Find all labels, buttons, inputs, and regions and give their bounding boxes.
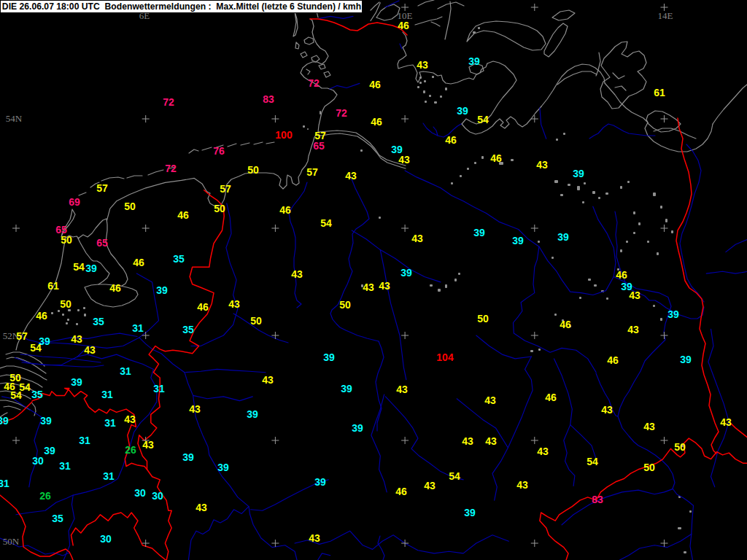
svg-text:43: 43 [629,289,640,301]
svg-text:43: 43 [424,480,436,491]
svg-text:43: 43 [643,421,655,432]
svg-text:43: 43 [627,324,639,335]
svg-text:43: 43 [516,479,528,491]
svg-text:43: 43 [291,268,303,280]
svg-text:46: 46 [395,486,407,497]
svg-text:31: 31 [0,478,9,489]
svg-text:39: 39 [44,445,55,456]
svg-text:46: 46 [490,152,502,164]
svg-text:54N: 54N [6,113,23,124]
svg-text:39: 39 [400,267,412,279]
svg-text:72: 72 [163,96,174,108]
svg-text:54: 54 [587,456,598,467]
svg-text:43: 43 [601,404,613,416]
svg-text:50: 50 [643,462,655,473]
svg-text:39: 39 [71,376,82,388]
svg-text:50: 50 [214,203,225,214]
svg-text:50N: 50N [3,536,20,547]
svg-text:43: 43 [124,413,136,425]
svg-text:50: 50 [247,164,259,176]
svg-text:46: 46 [369,79,381,90]
svg-text:43: 43 [189,403,201,415]
svg-text:61: 61 [654,87,665,98]
svg-text:35: 35 [182,324,194,335]
svg-text:50: 50 [250,315,262,327]
svg-text:46: 46 [109,282,121,294]
svg-text:43: 43 [720,416,732,428]
svg-text:35: 35 [52,513,63,524]
svg-text:65: 65 [96,237,108,249]
svg-text:50: 50 [339,299,351,311]
svg-text:39: 39 [0,415,9,427]
svg-text:39: 39 [468,55,480,67]
svg-text:39: 39 [512,235,524,246]
svg-text:69: 69 [69,196,80,208]
svg-text:39: 39 [557,231,569,243]
svg-text:14E: 14E [658,10,673,21]
svg-text:50: 50 [61,234,72,246]
svg-text:46: 46 [197,301,209,313]
svg-text:35: 35 [173,253,185,265]
svg-text:54: 54 [10,389,22,401]
svg-text:39: 39 [40,415,52,427]
svg-text:72: 72 [308,77,320,89]
svg-text:46: 46 [445,134,457,146]
svg-text:39: 39 [314,476,326,488]
svg-text:57: 57 [220,183,231,195]
svg-text:43: 43 [363,281,374,293]
svg-text:39: 39 [182,451,194,463]
svg-text:39: 39 [341,383,352,394]
svg-text:31: 31 [104,417,116,429]
svg-text:50: 50 [124,201,136,212]
svg-text:31: 31 [120,365,131,377]
svg-text:46: 46 [398,20,409,31]
svg-text:100: 100 [275,129,293,141]
svg-text:43: 43 [196,502,207,513]
svg-text:39: 39 [247,408,258,420]
svg-text:43: 43 [345,170,357,182]
svg-text:39: 39 [573,168,584,179]
svg-text:30: 30 [100,533,112,545]
svg-text:43: 43 [379,280,390,292]
svg-text:43: 43 [485,435,497,447]
svg-text:39: 39 [352,422,363,434]
svg-text:54: 54 [73,261,85,273]
svg-text:46: 46 [371,116,382,128]
svg-text:43: 43 [462,435,473,447]
svg-text:30: 30 [152,490,163,502]
svg-text:72: 72 [336,107,347,119]
svg-text:57: 57 [306,166,318,178]
svg-text:30: 30 [32,455,44,467]
svg-text:39: 39 [667,308,679,320]
svg-text:61: 61 [47,280,59,292]
svg-text:39: 39 [217,462,229,473]
svg-text:43: 43 [417,59,428,71]
svg-text:46: 46 [607,354,619,366]
svg-text:50: 50 [674,441,686,453]
svg-text:30: 30 [134,487,146,499]
svg-text:43: 43 [398,154,410,166]
svg-text:31: 31 [79,435,90,446]
svg-text:46: 46 [545,392,557,403]
svg-text:39: 39 [473,227,485,238]
svg-text:43: 43 [228,298,240,310]
svg-text:46: 46 [560,319,571,330]
svg-text:46: 46 [133,257,144,268]
svg-text:50: 50 [60,298,71,310]
svg-text:43: 43 [309,532,320,544]
svg-text:43: 43 [262,374,274,386]
svg-text:39: 39 [85,262,97,274]
svg-text:76: 76 [213,145,225,157]
svg-text:39: 39 [680,354,692,365]
svg-text:39: 39 [323,351,335,363]
svg-text:31: 31 [59,460,71,472]
svg-text:54: 54 [320,217,332,229]
svg-text:43: 43 [484,394,496,406]
svg-text:83: 83 [263,93,274,105]
svg-text:46: 46 [279,204,291,216]
svg-text:57: 57 [16,330,28,342]
svg-text:39: 39 [457,105,468,117]
svg-text:31: 31 [132,322,144,334]
svg-text:26: 26 [125,444,136,456]
svg-text:39: 39 [156,284,168,296]
